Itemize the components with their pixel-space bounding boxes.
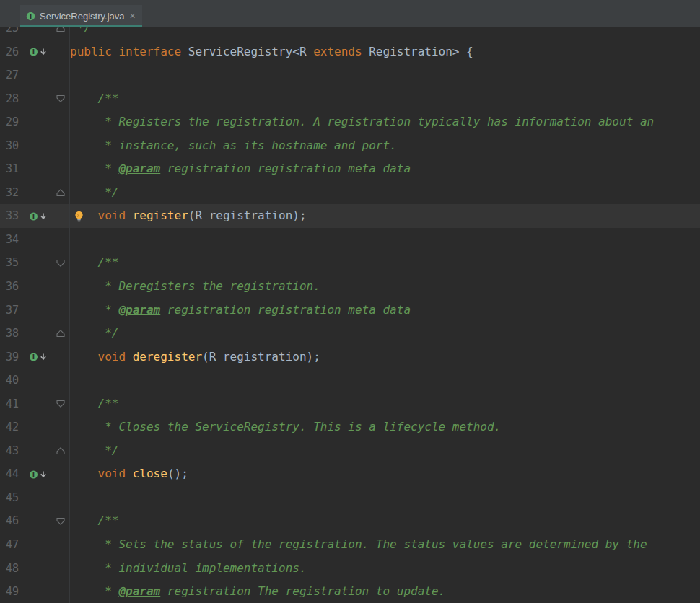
line-number: 27 [6,63,19,87]
ide-window: I ServiceRegistry.java × 25 */26Ipublic … [0,0,700,603]
gutter[interactable]: 36 [0,275,70,299]
code-line-48[interactable]: 48 * individual implementations. [0,557,700,581]
line-number: 26 [6,40,19,64]
gutter[interactable]: 38 [0,322,70,345]
code-text: * individual implementations. [70,557,307,581]
fold-arrow-down-icon[interactable] [56,94,65,102]
gutter[interactable]: 28 [0,87,70,111]
gutter[interactable]: 44I [0,462,70,486]
line-number: 45 [6,486,19,510]
gutter[interactable]: 27 [0,63,70,87]
implemented-marker-icon[interactable]: I [29,352,49,362]
code-line-27[interactable]: 27 [0,63,700,87]
line-number: 37 [6,299,19,322]
code-line-41[interactable]: 41 /** [0,392,700,416]
gutter[interactable]: 48 [0,557,70,581]
code-text: void deregister(R registration); [70,345,320,369]
code-text: * Registers the registration. A registra… [70,110,654,134]
gutter[interactable]: 29 [0,110,70,134]
line-number: 49 [6,580,19,603]
fold-arrow-down-icon[interactable] [56,517,65,525]
code-line-33[interactable]: 33I void register(R registration); [0,204,700,228]
code-line-29[interactable]: 29 * Registers the registration. A regis… [0,110,700,134]
line-number: 30 [6,134,19,158]
code-line-36[interactable]: 36 * Deregisters the registration. [0,275,700,299]
gutter[interactable]: 49 [0,580,70,603]
gutter[interactable]: 46 [0,509,70,533]
gutter[interactable]: 30 [0,134,70,158]
code-line-37[interactable]: 37 * @param registration registration me… [0,299,700,322]
gutter[interactable]: 43 [0,439,70,463]
code-text: */ [70,322,118,345]
line-number: 31 [6,157,19,181]
svg-text:I: I [32,353,35,361]
code-line-26[interactable]: 26Ipublic interface ServiceRegistry<R ex… [0,40,700,64]
fold-arrow-up-icon[interactable] [56,27,65,32]
code-line-49[interactable]: 49 * @param registration The registratio… [0,580,700,603]
code-text: */ [70,27,91,40]
code-line-30[interactable]: 30 * instance, such as its hostname and … [0,134,700,158]
line-number: 40 [6,369,19,392]
line-number: 43 [6,439,19,463]
line-number: 28 [6,87,19,111]
svg-text:I: I [30,12,32,19]
code-line-39[interactable]: 39I void deregister(R registration); [0,345,700,369]
gutter[interactable]: 47 [0,533,70,557]
implemented-marker-icon[interactable]: I [29,47,49,57]
code-text: /** [70,509,118,533]
gutter[interactable]: 35 [0,251,70,275]
code-line-34[interactable]: 34 [0,228,700,252]
code-line-35[interactable]: 35 /** [0,251,700,275]
gutter[interactable]: 32 [0,181,70,205]
interface-icon: I [26,12,35,21]
intention-bulb-icon[interactable] [74,210,84,222]
gutter[interactable]: 45 [0,486,70,510]
code-line-28[interactable]: 28 /** [0,87,700,111]
gutter[interactable]: 42 [0,415,70,439]
code-text: /** [70,87,118,111]
fold-arrow-up-icon[interactable] [56,447,65,455]
gutter[interactable]: 33I [0,204,70,228]
code-text: void close(); [70,462,188,486]
line-number: 36 [6,275,19,299]
code-line-47[interactable]: 47 * Sets the status of the registration… [0,533,700,557]
gutter[interactable]: 37 [0,299,70,322]
code-text: * Sets the status of the registration. T… [70,533,647,557]
code-line-43[interactable]: 43 */ [0,439,700,463]
code-line-31[interactable]: 31 * @param registration registration me… [0,157,700,181]
line-number: 29 [6,110,19,134]
code-text: * @param registration registration meta … [70,299,411,322]
gutter[interactable]: 39I [0,345,70,369]
code-text: /** [70,251,118,275]
implemented-marker-icon[interactable]: I [29,211,49,221]
code-line-40[interactable]: 40 [0,369,700,392]
code-line-25[interactable]: 25 */ [0,27,700,40]
gutter[interactable]: 41 [0,392,70,416]
line-number: 38 [6,322,19,345]
fold-arrow-down-icon[interactable] [56,400,65,408]
gutter[interactable]: 40 [0,369,70,392]
code-line-38[interactable]: 38 */ [0,322,700,345]
gutter[interactable]: 34 [0,228,70,252]
code-line-32[interactable]: 32 */ [0,181,700,205]
line-number: 39 [6,345,19,369]
line-number: 32 [6,181,19,205]
line-number: 46 [6,509,19,533]
fold-arrow-up-icon[interactable] [56,189,65,197]
gutter[interactable]: 25 [0,27,70,40]
close-icon[interactable]: × [130,10,136,22]
code-line-46[interactable]: 46 /** [0,509,700,533]
implemented-marker-icon[interactable]: I [29,470,49,480]
code-line-45[interactable]: 45 [0,486,700,510]
gutter[interactable]: 26I [0,40,70,64]
gutter[interactable]: 31 [0,157,70,181]
code-text: /** [70,392,118,416]
code-line-44[interactable]: 44I void close(); [0,462,700,486]
code-editor[interactable]: 25 */26Ipublic interface ServiceRegistry… [0,27,700,603]
tab-serviceregistry-java[interactable]: I ServiceRegistry.java × [20,5,142,27]
line-number: 34 [6,228,19,252]
fold-arrow-up-icon[interactable] [56,330,65,338]
fold-arrow-down-icon[interactable] [56,259,65,267]
code-line-42[interactable]: 42 * Closes the ServiceRegistry. This is… [0,415,700,439]
line-number: 48 [6,557,19,581]
